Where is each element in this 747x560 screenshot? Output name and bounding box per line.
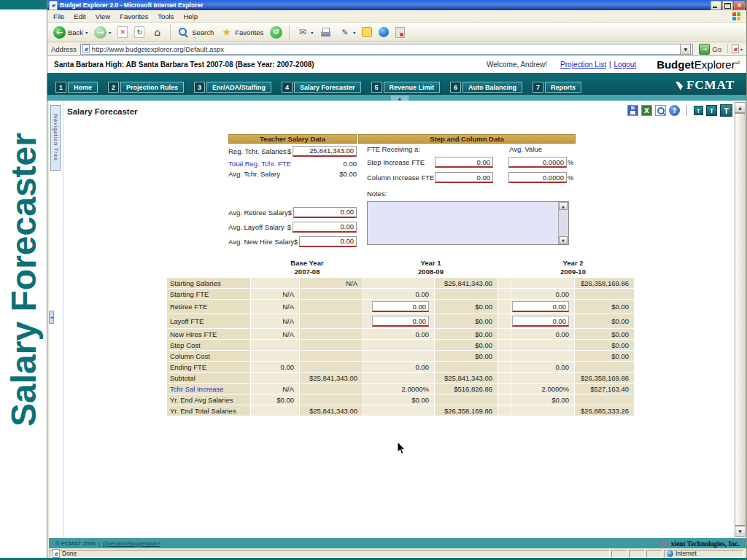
nav-tab-reports[interactable]: 7Reports	[533, 82, 581, 93]
column-increase-fte-avg-value-input[interactable]: 0.0000	[508, 172, 567, 183]
dropdown-icon[interactable]: ▾	[109, 30, 111, 35]
print-preview-button[interactable]	[655, 105, 666, 116]
panel-collapse-handle[interactable]: ▲	[390, 95, 409, 101]
vertical-scrollbar[interactable]: ▲ ▼	[735, 102, 746, 537]
cell-retiree-fte-base_a: N/A	[251, 300, 300, 314]
avg-new-hire-salary-input[interactable]: 0.00	[299, 236, 357, 247]
cell-starting-fte-y1_a: 0.00	[363, 289, 435, 300]
toolbar-discuss-button[interactable]	[360, 26, 374, 38]
question-suggestion-link[interactable]: Question/Suggestion?	[103, 540, 160, 547]
toolbar-search-button[interactable]: Search	[175, 26, 216, 39]
help-button[interactable]: ?	[669, 105, 680, 116]
notes-textarea[interactable]: ▲ ▼	[367, 201, 569, 245]
avg-value-label: Avg. Value	[509, 145, 542, 153]
tab-number: 3	[194, 82, 205, 93]
tchr-sal-increase-label[interactable]: Tchr Sal Increase	[167, 384, 251, 394]
flag-square	[732, 12, 736, 16]
avg-layoff-salary-input[interactable]: 0.00	[293, 222, 357, 233]
menu-item-edit[interactable]: Edit	[74, 12, 85, 20]
go-button[interactable]: → Go	[697, 44, 724, 55]
toolbar-history-button[interactable]: ↺	[268, 26, 285, 39]
subtotal-label: Subtotal	[167, 373, 251, 384]
cell-column-cost-y1_b: $0.00	[435, 351, 498, 362]
flag-square	[732, 17, 736, 20]
column-header-year-1: Year 12008-09	[363, 259, 498, 278]
toolbar-back-button[interactable]: ←Back▾	[51, 26, 90, 39]
retiree-fte-y1_a-input[interactable]: 0.00	[372, 301, 429, 312]
cell-yr-end-avg-salaries-base_b	[300, 394, 363, 405]
nav-tab-auto-balancing[interactable]: 6Auto Balancing	[450, 82, 522, 93]
text-size-small-button[interactable]: T	[694, 106, 703, 115]
text-size-large-button[interactable]: T	[720, 104, 732, 117]
cell-yr-end-avg-salaries-y1_a: $0.00	[363, 394, 435, 405]
scroll-up-button[interactable]: ▲	[735, 102, 746, 113]
column-increase-fte-input[interactable]: 0.00	[435, 172, 493, 183]
cell-step-cost-base_b	[300, 340, 363, 351]
notes-scroll-down-icon[interactable]: ▼	[559, 236, 568, 244]
address-bar: Address e http://www.budgetexplorer.org/…	[47, 42, 746, 56]
menu-item-file[interactable]: File	[53, 12, 64, 20]
export-excel-button[interactable]: X	[641, 105, 652, 116]
toolbar-favorites-button[interactable]: ★Favorites	[218, 26, 266, 39]
column-spacer	[498, 314, 511, 329]
step-increase-fte-avg-value-input[interactable]: 0.0000	[508, 157, 567, 168]
toolbar-mail-button[interactable]: ✉▾	[294, 26, 315, 39]
links-button[interactable]: e ▾	[727, 44, 743, 53]
text-size-medium-button[interactable]: T	[706, 105, 717, 116]
address-dropdown-icon[interactable]: ▼	[680, 44, 691, 55]
maximize-button[interactable]	[722, 1, 733, 10]
toolbar-refresh-button[interactable]: ↻	[132, 26, 147, 39]
projection-list-link[interactable]: Projection List	[560, 61, 606, 69]
reg-tchr-salaries-input[interactable]: 25,841,343.00	[293, 146, 357, 157]
cell-yr-end-avg-salaries-y2_b	[575, 394, 635, 405]
toolbar-research-button[interactable]	[393, 26, 407, 39]
nav-tab-salary-forecaster[interactable]: 4Salary Forecaster	[282, 82, 361, 93]
layoff-fte-y2_a-input[interactable]: 0.00	[512, 316, 569, 327]
layoff-fte-y1_a-input[interactable]: 0.00	[372, 316, 429, 327]
address-input[interactable]: e http://www.budgetexplorer.org/Default.…	[80, 44, 693, 55]
toolbar-edit-button[interactable]: ✎▾	[336, 26, 357, 39]
step-increase-fte-input[interactable]: 0.00	[435, 157, 493, 168]
toolbar-messenger-button[interactable]	[376, 26, 391, 38]
ending-fte-label: Ending FTE	[167, 362, 251, 373]
minimize-button[interactable]	[711, 1, 721, 10]
total-reg-tchr-fte-label[interactable]: Total Reg. Tchr. FTE	[228, 160, 291, 168]
dropdown-icon[interactable]: ▾	[85, 30, 88, 35]
nav-tab-revenue-limit[interactable]: 5Revenue Limit	[371, 82, 441, 93]
dropdown-icon[interactable]: ▾	[353, 30, 355, 35]
tab-label: Home	[68, 82, 98, 93]
logout-link[interactable]: Logout	[614, 61, 637, 69]
menu-item-favorites[interactable]: Favorites	[120, 12, 148, 20]
column-spacer	[498, 394, 511, 405]
notes-scroll-up-icon[interactable]: ▲	[559, 202, 568, 210]
new-hires-fte-label: New Hires FTE	[167, 329, 251, 340]
close-button[interactable]: ×	[734, 1, 745, 10]
retiree-fte-y2_a-input[interactable]: 0.00	[512, 301, 569, 312]
toolbar-forward-button[interactable]: →▾	[92, 26, 113, 39]
nav-tab-enr-ada-staffing[interactable]: 3Enr/ADA/Staffing	[194, 82, 271, 93]
dropdown-icon[interactable]: ▾	[311, 30, 313, 35]
save-button[interactable]	[627, 105, 638, 116]
notes-label: Notes:	[367, 190, 576, 198]
retiree-fte-label: Retiree FTE	[167, 300, 251, 314]
scrollbar-thumb[interactable]	[735, 113, 746, 526]
menu-item-help[interactable]: Help	[183, 12, 198, 20]
menu-item-tools[interactable]: Tools	[158, 12, 174, 20]
navigation-tree-tab[interactable]: Navigation Tree	[50, 105, 61, 171]
notes-scrollbar[interactable]: ▲ ▼	[558, 202, 568, 244]
table-row-new-hires-fte: New Hires FTEN/A0.00$0.000.00$0.00	[167, 329, 635, 340]
table-row-step-cost: Step Cost$0.00$0.00	[167, 340, 635, 351]
menu-item-view[interactable]: View	[96, 12, 110, 20]
toolbar-print-button[interactable]	[317, 26, 334, 39]
mouse-cursor	[397, 442, 406, 456]
scroll-down-button[interactable]: ▼	[735, 526, 746, 537]
collapse-left-icon[interactable]: ◄	[49, 311, 54, 324]
toolbar-home-button[interactable]: ⌂	[149, 26, 166, 39]
toolbar-stop-button[interactable]: ✕	[115, 26, 130, 39]
nav-tab-home[interactable]: 1Home	[55, 82, 98, 93]
cell-starting-fte-y2_b	[575, 289, 635, 300]
address-url[interactable]: http://www.budgetexplorer.org/Default.as…	[92, 45, 678, 53]
avg-retiree-salary-input[interactable]: 0.00	[293, 207, 357, 218]
cell-layoff-fte-y1_a: 0.00	[363, 314, 435, 329]
nav-tab-projection-rules[interactable]: 2Projection Rules	[108, 82, 184, 93]
